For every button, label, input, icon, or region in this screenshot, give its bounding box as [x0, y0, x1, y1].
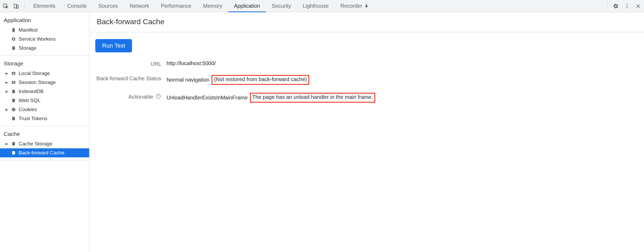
row-status-label: Back-forward Cache Status [95, 75, 161, 82]
database-icon [11, 150, 16, 155]
sidebar-item-websql[interactable]: Web SQL [0, 96, 89, 105]
svg-point-23 [158, 97, 159, 98]
panel-title: Back-forward Cache [89, 12, 644, 32]
tab-sources[interactable]: Sources [93, 0, 124, 12]
sidebar-item-label: Trust Tokens [19, 116, 47, 121]
tab-label: Console [67, 3, 86, 9]
gear-icon [11, 37, 16, 41]
table-icon [11, 80, 16, 85]
application-sidebar: Application Manifest Service Workers Sto… [0, 12, 89, 252]
tab-label: Sources [98, 3, 118, 9]
tab-recorder[interactable]: Recorder [335, 0, 374, 12]
row-status-value: Normal navigation (Not restored from bac… [167, 75, 638, 85]
sidebar-item-label: Local Storage [19, 70, 50, 76]
svg-rect-1 [14, 4, 17, 8]
tab-elements[interactable]: Elements [27, 0, 61, 12]
divider [24, 3, 25, 10]
section-title-application: Application [0, 12, 89, 26]
result-grid: URL http://localhost:5000/ Back-forward … [95, 60, 638, 103]
close-icon[interactable] [635, 3, 641, 9]
row-url-label: URL [95, 60, 161, 67]
tab-console[interactable]: Console [61, 0, 92, 12]
sidebar-item-storage-overview[interactable]: Storage [0, 44, 89, 53]
actionable-label-text: Actionable [129, 94, 153, 100]
table-icon [11, 71, 16, 76]
svg-point-18 [14, 110, 14, 110]
sidebar-item-indexeddb[interactable]: ▶ IndexedDB [0, 87, 89, 96]
row-actionable-value: UnloadHandlerExistsInMainFrame The page … [167, 93, 638, 103]
settings-icon[interactable] [613, 3, 619, 9]
flask-icon [364, 3, 369, 9]
svg-point-5 [626, 7, 628, 8]
tab-label: Performance [161, 3, 192, 9]
sidebar-item-local-storage[interactable]: ▶ Local Storage [0, 69, 89, 78]
sidebar-item-cookies[interactable]: ▶ Cookies [0, 105, 89, 114]
actionable-code: UnloadHandlerExistsInMainFrame [167, 95, 248, 101]
database-icon [11, 98, 16, 103]
divider [0, 160, 89, 160]
tab-label: Application [234, 3, 260, 9]
tab-lighthouse[interactable]: Lighthouse [297, 0, 335, 12]
tab-application[interactable]: Application [228, 0, 266, 12]
svg-point-21 [12, 151, 15, 152]
sidebar-item-label: Storage [19, 45, 36, 51]
tab-label: Elements [33, 3, 55, 9]
svg-point-3 [626, 4, 628, 5]
svg-point-15 [12, 108, 15, 111]
expand-icon[interactable]: ▶ [5, 142, 9, 146]
tabs: Elements Console Sources Network Perform… [27, 0, 374, 12]
cookie-icon [11, 107, 16, 112]
document-icon [11, 28, 16, 32]
section-title-cache: Cache [0, 126, 89, 139]
sidebar-item-bfcache[interactable]: Back-forward Cache [0, 148, 89, 157]
device-toolbar-icon[interactable] [12, 2, 20, 10]
expand-icon[interactable]: ▶ [5, 81, 9, 84]
sidebar-item-label: IndexedDB [19, 89, 44, 94]
sidebar-item-trust-tokens[interactable]: Trust Tokens [0, 114, 89, 123]
svg-point-14 [12, 99, 15, 100]
status-prefix: Normal navigation [167, 77, 209, 83]
divider [608, 3, 608, 10]
more-icon[interactable] [624, 3, 630, 9]
svg-rect-0 [3, 4, 7, 7]
devtools-tabbar: Elements Console Sources Network Perform… [0, 0, 644, 12]
svg-point-13 [12, 90, 15, 91]
tab-label: Lighthouse [303, 3, 329, 9]
panel-body: Run Test URL http://localhost:5000/ Back… [89, 32, 644, 108]
row-url-value: http://localhost:5000/ [167, 60, 638, 66]
tab-label: Network [130, 3, 149, 9]
sidebar-item-label: Manifest [19, 27, 38, 33]
tab-network[interactable]: Network [124, 0, 155, 12]
sidebar-item-manifest[interactable]: Manifest [0, 26, 89, 35]
url-text: http://localhost:5000/ [167, 60, 216, 66]
help-icon[interactable] [155, 93, 161, 100]
svg-point-6 [12, 46, 15, 48]
main-split: Application Manifest Service Workers Sto… [0, 12, 644, 252]
sidebar-item-label: Session Storage [19, 79, 56, 85]
tab-label: Recorder [340, 3, 362, 9]
sidebar-item-label: Cache Storage [19, 141, 52, 147]
sidebar-item-label: Back-forward Cache [19, 150, 64, 156]
sidebar-item-label: Service Workers [19, 36, 56, 42]
topbar-left [2, 2, 26, 10]
run-test-button[interactable]: Run Test [95, 39, 132, 52]
svg-point-17 [14, 109, 14, 109]
bfcache-panel: Back-forward Cache Run Test URL http://l… [89, 12, 644, 252]
sidebar-item-cache-storage[interactable]: ▶ Cache Storage [0, 139, 89, 148]
status-highlight: (Not restored from back-forward cache) [212, 75, 309, 85]
expand-icon[interactable]: ▶ [5, 90, 9, 93]
sidebar-item-session-storage[interactable]: ▶ Session Storage [0, 78, 89, 87]
database-icon [11, 116, 16, 121]
database-icon [11, 46, 16, 51]
tab-memory[interactable]: Memory [197, 0, 228, 12]
tab-security[interactable]: Security [266, 0, 297, 12]
row-actionable-label: Actionable [95, 93, 161, 100]
svg-point-16 [13, 109, 13, 109]
expand-icon[interactable]: ▶ [5, 108, 9, 111]
expand-icon[interactable]: ▶ [5, 72, 9, 75]
inspect-element-icon[interactable] [2, 2, 10, 10]
sidebar-item-label: Cookies [19, 107, 37, 112]
tab-performance[interactable]: Performance [155, 0, 197, 12]
tab-label: Memory [203, 3, 222, 9]
sidebar-item-service-workers[interactable]: Service Workers [0, 35, 89, 44]
